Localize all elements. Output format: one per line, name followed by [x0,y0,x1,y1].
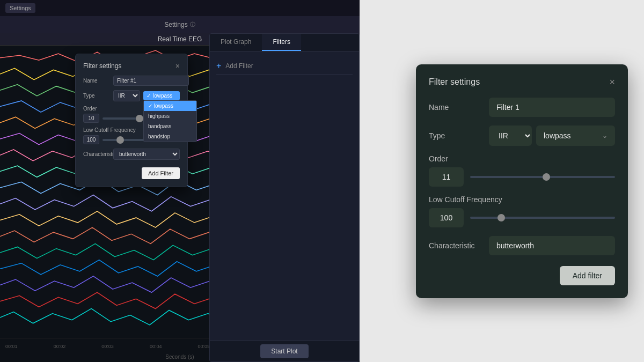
large-type-select[interactable]: lowpass ⌄ [536,125,615,146]
tab-filters[interactable]: Filters [262,34,301,51]
large-char-label: Characteristic [429,241,482,250]
add-filter-text: Add Filter [225,62,253,70]
time-label-4: 00:04 [150,344,162,349]
large-dialog-header: Filter settings × [429,77,615,87]
dropdown-option-lowpass[interactable]: ✓ lowpass [144,101,196,111]
large-name-label: Name [429,103,482,112]
large-low-cutoff-value[interactable] [429,208,464,227]
large-type-row: Type IIR lowpass ⌄ [429,125,615,146]
large-order-section: Order [429,154,615,187]
add-filter-row[interactable]: + Add Filter [216,58,353,75]
start-plot-bar: Start Plot [210,340,359,361]
large-close-button[interactable]: × [609,77,615,87]
large-order-label: Order [429,154,615,163]
small-order-value: 10 [83,114,99,123]
large-order-value[interactable] [429,167,464,187]
app-topbar: Settings [0,0,360,16]
settings-label: Settings ⓘ [164,21,195,28]
large-name-input[interactable] [489,98,615,117]
large-name-row: Name [429,98,615,117]
large-add-filter-button[interactable]: Add filter [560,266,615,285]
time-label-1: 00:01 [5,344,18,349]
dropdown-option-bandstop[interactable]: bandstop [144,131,196,142]
selected-type-text: lowpass [153,93,172,99]
tab-plot-graph[interactable]: Plot Graph [210,34,262,51]
small-char-label: Characteristic [83,151,110,157]
add-filter-plus-icon: + [216,61,221,71]
small-dialog-title-text: Filter settings [83,62,121,70]
small-name-row: Name [83,76,180,86]
large-type-text: lowpass [544,131,602,140]
time-label-3: 00:03 [101,344,114,349]
settings-top-button[interactable]: Settings [5,3,35,13]
small-name-label: Name [83,78,110,84]
small-type-dropdown-container: ✓ lowpass ✓ lowpass highpass bandpass ba… [143,91,180,100]
small-type-iir-select[interactable]: IIR [113,90,140,101]
tab-content: + Add Filter [210,51,359,340]
filter-settings-large: Filter settings × Name Type IIR lowpass … [416,64,628,298]
large-dialog-title: Filter settings [429,77,480,87]
small-dialog-close[interactable]: × [175,62,180,70]
small-add-filter-button[interactable]: Add Filter [142,167,180,179]
large-type-label: Type [429,131,482,140]
type-dropdown: ✓ lowpass highpass bandpass bandstop [143,100,197,142]
time-label-2: 00:02 [54,344,66,349]
dropdown-option-bandpass[interactable]: bandpass [144,121,196,131]
dropdown-option-highpass[interactable]: highpass [144,111,196,121]
start-plot-button[interactable]: Start Plot [260,344,308,358]
filter-dialog-small: Filter settings × Name Type IIR ✓ lowpas… [75,54,188,187]
small-name-input[interactable] [113,76,189,86]
small-dropdown-trigger[interactable]: ✓ lowpass [143,91,180,100]
tabs-panel: Plot Graph Filters + Add Filter Start Pl… [209,33,360,362]
checkmark-icon: ✓ [147,93,151,99]
large-button-row: Add filter [429,266,615,285]
tab-header: Plot Graph Filters [210,34,359,51]
check-icon: ✓ [148,103,154,109]
large-cutoff-slider[interactable] [470,217,615,219]
chevron-down-icon: ⌄ [602,132,608,139]
large-low-cutoff-row [429,208,615,227]
large-order-row [429,167,615,187]
large-char-input[interactable] [489,236,615,255]
time-label-5: 00:05 [198,344,210,349]
small-type-label: Type [83,93,110,99]
large-iir-select[interactable]: IIR [489,125,532,146]
small-char-row: Characteristic butterworth [83,149,180,160]
small-type-row: Type IIR ✓ lowpass ✓ lowpass highpass ba… [83,90,180,101]
large-char-row: Characteristic [429,236,615,255]
large-type-group: IIR lowpass ⌄ [489,125,615,146]
small-char-select[interactable]: butterworth [113,149,180,160]
app-container: Settings Settings ⓘ Real Time EEG [0,0,360,362]
small-cutoff-value: 100 [83,135,99,144]
large-order-slider[interactable] [470,176,615,178]
large-low-cutoff-label: Low Cutoff Frequency [429,195,615,204]
large-low-cutoff-section: Low Cutoff Frequency [429,195,615,227]
settings-tab-bar: Settings ⓘ [0,16,360,33]
small-dialog-title: Filter settings × [83,62,180,70]
